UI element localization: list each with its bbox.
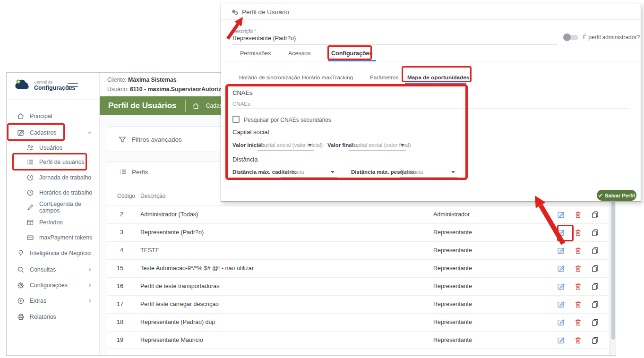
printer-icon <box>17 313 25 321</box>
dropdown-arrow-icon[interactable] <box>331 171 335 173</box>
copy-icon[interactable] <box>591 229 599 237</box>
sidebar-item-horarios-de-trabalho[interactable]: Horários de trabalho <box>7 186 100 200</box>
copy-icon[interactable] <box>591 211 599 219</box>
plus-circle-icon <box>17 297 25 305</box>
sidebar-item-configuracoes[interactable]: Configurações <box>7 278 100 292</box>
tab-acessos[interactable]: Acessos <box>288 50 310 57</box>
pencil-icon <box>26 204 34 211</box>
sidebar-item-consultas[interactable]: Consultas <box>7 263 100 277</box>
edit-icon[interactable] <box>557 318 565 326</box>
subtab-mapa-de-oportunidades[interactable]: Mapa de oportunidades <box>407 74 469 80</box>
trash-icon[interactable] <box>574 264 582 273</box>
sidebar-item-jornada-de-trabalho[interactable]: Jornada de trabalho <box>7 170 100 185</box>
admin-toggle-label: É perfil administrador? <box>583 34 640 41</box>
table-row[interactable]: 3 Representante (Padr?o) Representante <box>107 223 609 241</box>
admin-toggle[interactable] <box>563 33 579 42</box>
brand-line1: Central de <box>34 80 52 85</box>
cnaes-heading: CNAEs <box>232 89 253 96</box>
edit-icon[interactable] <box>557 336 565 344</box>
sidebar-item-periodos[interactable]: Períodos <box>7 215 100 230</box>
trash-icon[interactable] <box>574 282 582 290</box>
secondary-cnaes-checkbox[interactable] <box>232 116 240 123</box>
perfil-usuario-dialog: Perfil de Usuário Descrição * Representa… <box>221 4 641 202</box>
app-logo: Central de Configurações <box>13 78 94 94</box>
edit-icon[interactable] <box>557 211 565 219</box>
chevron-right-icon <box>87 283 92 288</box>
user-info: Usuário: 6110 - maxima.SupervisorAutoriz <box>107 86 221 93</box>
description-input[interactable]: Representante (Padr?o) <box>232 35 296 42</box>
table-row[interactable]: 15 Teste Automacao-9*/*% $# @! - nao uti… <box>107 259 609 277</box>
dropdown-arrow-icon[interactable] <box>401 144 404 146</box>
bulb-icon <box>17 249 25 257</box>
copy-icon[interactable] <box>591 300 599 308</box>
table-row[interactable]: 17 Perfil teste carregar descrição Repre… <box>107 295 609 313</box>
clock-icon <box>26 174 34 181</box>
trash-icon[interactable] <box>574 318 582 326</box>
sidebar-item-relatorios[interactable]: Relatórios <box>7 310 100 324</box>
chevron-right-icon <box>87 251 92 256</box>
save-profile-button[interactable]: Salvar Perfil <box>597 190 636 201</box>
trash-icon[interactable] <box>574 247 582 255</box>
distancia-cadastro-select[interactable]: Distância <box>282 169 304 175</box>
input-underline <box>281 177 337 178</box>
subtab-horario-maxtracking[interactable]: Horário maxTracking <box>302 74 353 80</box>
trash-icon[interactable] <box>574 336 582 344</box>
copy-icon[interactable] <box>591 318 599 326</box>
sidebar-item-inteligencia-de-negocio[interactable]: Inteligência de Negócio <box>7 246 100 260</box>
edit-icon[interactable] <box>557 229 565 237</box>
divider <box>7 99 100 100</box>
table-row[interactable]: 4 TESTE Representante <box>107 241 609 259</box>
menu-toggle-icon[interactable] <box>68 83 78 90</box>
cnaes-input[interactable]: CNAEs <box>232 101 250 107</box>
card-icon <box>26 234 34 241</box>
sidebar-item-maxpayment-tokens[interactable]: maxPayment tokens <box>7 230 100 245</box>
input-underline <box>232 109 630 109</box>
input-underline <box>400 177 457 178</box>
column-header-codigo: Código <box>117 193 135 199</box>
valor-inicial-select[interactable]: Capital social (valor inicial) <box>258 142 323 148</box>
tab-configuracoes[interactable]: Configurações <box>331 50 373 57</box>
copy-icon[interactable] <box>591 336 599 344</box>
chevron-right-icon <box>87 298 92 303</box>
trash-icon[interactable] <box>574 229 582 237</box>
user-name: 6110 - maxima.SupervisorAutoriz <box>130 86 221 93</box>
copy-icon[interactable] <box>591 282 599 290</box>
capital-social-heading: Capital social <box>232 128 269 136</box>
client-info: Cliente: Máxima Sistemas <box>107 77 177 83</box>
profiles-section-header: Perfis <box>119 168 148 176</box>
sidebar-item-cadastros[interactable]: Cadastros <box>7 126 100 140</box>
edit-square-icon <box>17 129 25 136</box>
table-row[interactable]: 19 Representante Mauricio Representante <box>107 331 609 349</box>
edit-icon[interactable] <box>557 264 565 273</box>
trash-icon[interactable] <box>574 211 582 219</box>
edit-icon[interactable] <box>557 300 565 308</box>
edit-icon[interactable] <box>557 247 565 255</box>
table-row[interactable]: 16 Perfil de teste transportadoras Repre… <box>107 277 609 295</box>
distancia-pesquisa-select[interactable]: Distância <box>401 169 423 175</box>
input-underline <box>232 44 558 44</box>
table-row[interactable]: 18 Representante (Padrão) dup Representa… <box>107 313 609 331</box>
list-icon <box>119 168 127 176</box>
client-name: Máxima Sistemas <box>128 77 177 83</box>
sidebar-item-extras[interactable]: Extras <box>7 294 100 308</box>
home-icon[interactable] <box>192 102 199 110</box>
sidebar-item-perfil-de-usuarios[interactable]: Perfil de usuários <box>7 155 100 169</box>
column-header-descricao: Descrição <box>140 193 165 199</box>
sidebar-item-cor-legenda[interactable]: Cor/Legenda de campos <box>7 200 100 214</box>
subtab-horario-sincronizacao[interactable]: Horário de sincronização <box>239 74 300 80</box>
table-row[interactable]: 2 Administrador (Todas) Administrador <box>107 205 609 223</box>
copy-icon[interactable] <box>591 247 599 255</box>
copy-icon[interactable] <box>591 264 599 273</box>
secondary-cnaes-label: Pesquisar por CNAEs secundários <box>244 117 331 123</box>
sidebar-item-principal[interactable]: Principal <box>7 109 100 123</box>
page-title: Perfil de Usuários <box>108 101 177 111</box>
sidebar-item-usuarios[interactable]: Usuários <box>7 141 100 155</box>
subtab-parametros[interactable]: Parâmetros <box>370 74 398 80</box>
dropdown-arrow-icon[interactable] <box>451 171 455 173</box>
tab-permissoes[interactable]: Permissões <box>240 50 271 57</box>
list-icon <box>26 158 34 166</box>
trash-icon[interactable] <box>574 300 582 308</box>
gear-icon <box>17 281 25 289</box>
edit-icon[interactable] <box>557 282 565 290</box>
dropdown-arrow-icon[interactable] <box>308 144 312 146</box>
